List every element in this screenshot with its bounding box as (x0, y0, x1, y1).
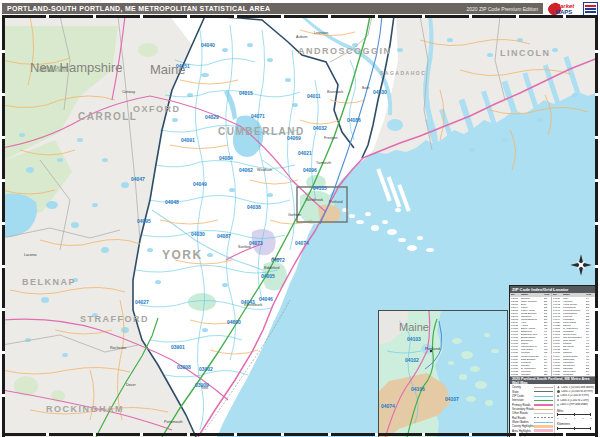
scale-kilometers: Kilometers (557, 422, 596, 429)
map-page: PORTLAND-SOUTH PORTLAND, ME METROPOLITAN… (0, 0, 600, 437)
inset-map-panel[interactable]: Maine Portland 0410304102041060410704074 (378, 310, 508, 437)
page-title: PORTLAND-SOUTH PORTLAND, ME METROPOLITAN… (7, 5, 270, 12)
legend-body: CountyStateZIP CodeInterstatePrimary Roa… (510, 384, 597, 437)
legend-header: 2020 Portland-South Portland, ME Metro A… (510, 377, 597, 384)
title-bar: PORTLAND-SOUTH PORTLAND, ME METROPOLITAN… (2, 3, 543, 14)
legend-symbols: CountyStateZIP CodeInterstatePrimary Roa… (512, 385, 554, 437)
inset-map-geometry (379, 311, 506, 437)
logo-wordmark: Market MAPS (555, 3, 574, 15)
zip-index-table: ZIPNameGridZIPNameGrid03901BerwickD70403… (510, 293, 597, 377)
compass-rose-icon (569, 253, 593, 277)
edition-label: 2020 ZIP Code Premium Edition (466, 6, 538, 12)
population-class: Class 5 (999 and under) (557, 403, 596, 407)
frame-grid-top (2, 15, 598, 18)
legend-panel[interactable]: ZIP Code Index/Grid Locator ZIPNameGridZ… (509, 285, 598, 437)
legend-classes: Class 1 (50,000 and above)Class 2 (10,00… (554, 385, 596, 437)
index-row: 04038GorhamE504086TopshamH3 (510, 373, 597, 376)
index-header: ZIP Code Index/Grid Locator (510, 286, 597, 293)
frame-grid-right (595, 15, 598, 437)
frame-grid-bottom (2, 433, 598, 436)
scale-miles: Miles 02468 (557, 409, 596, 421)
frame-grid-left (2, 15, 5, 437)
